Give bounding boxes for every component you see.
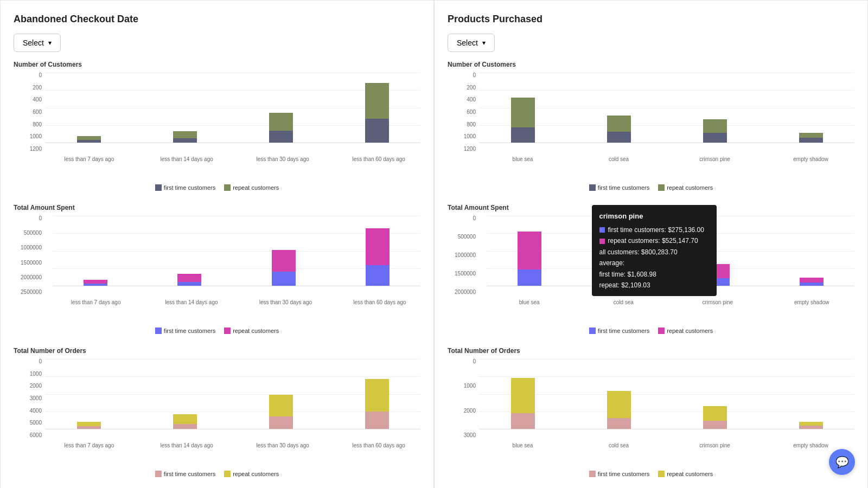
left-legend-orders: first time customers repeat customers <box>14 471 420 477</box>
left-bars-customers: less than 7 days ago less than 14 days a… <box>45 73 420 143</box>
right-y-axis-amount: 2000000150000010000005000000 <box>448 216 476 295</box>
left-chart-orders: Total Number of Orders 60005000400030002… <box>14 347 420 477</box>
left-chart-orders-label: Total Number of Orders <box>14 347 420 355</box>
right-chart-orders: Total Number of Orders 3000200010000 blu… <box>448 347 854 477</box>
left-chart-customers: Number of Customers 12001000800600400200… <box>14 61 420 191</box>
left-legend-customers: first time customers repeat customers <box>14 184 420 191</box>
right-panel-title: Products Purchased <box>448 14 854 25</box>
bar-60days: less than 60 days ago <box>333 73 420 143</box>
right-chart-customers: Number of Customers 12001000800600400200… <box>448 61 854 191</box>
right-select-button[interactable]: Select <box>448 34 495 52</box>
left-select-button[interactable]: Select <box>14 34 61 52</box>
left-chart-amount: Total Amount Spent 250000020000001500000… <box>14 204 420 334</box>
left-y-axis-orders: 6000500040003000200010000 <box>14 359 42 438</box>
right-bars-customers: blue sea cold sea cr <box>479 73 854 143</box>
right-y-axis-orders: 3000200010000 <box>448 359 476 438</box>
left-legend-amount: first time customers repeat customers <box>14 328 420 334</box>
bar-14days: less than 14 days ago <box>141 73 228 143</box>
left-bars-amount: less than 7 days ago less than 14 days a… <box>53 216 420 286</box>
left-chart-amount-label: Total Amount Spent <box>14 204 420 211</box>
right-legend-customers: first time customers repeat customers <box>448 184 854 191</box>
left-panel: Abandoned Checkout Date Select Number of… <box>0 0 434 488</box>
right-chart-orders-label: Total Number of Orders <box>448 347 854 355</box>
chat-button[interactable]: 💬 <box>829 449 855 475</box>
right-y-axis-customers: 120010008006004002000 <box>448 73 476 152</box>
left-bars-orders: less than 7 days ago less than 14 days a… <box>45 359 420 429</box>
right-bars-orders: blue sea cold sea cr <box>479 359 854 429</box>
right-legend-amount: first time customers repeat customers <box>448 328 854 334</box>
left-y-axis-customers: 120010008006004002000 <box>14 73 42 152</box>
left-chart-customers-label: Number of Customers <box>14 61 420 68</box>
bar-30days: less than 30 days ago <box>237 73 324 143</box>
right-legend-orders: first time customers repeat customers <box>448 471 854 477</box>
left-y-axis-amount: 25000002000000150000010000005000000 <box>14 216 42 295</box>
bar-7days: less than 7 days ago <box>45 73 132 143</box>
right-panel: Products Purchased Select Number of Cust… <box>434 0 868 488</box>
right-chart-amount: Total Amount Spent 200000015000001000000… <box>448 204 854 334</box>
left-panel-title: Abandoned Checkout Date <box>14 14 420 25</box>
right-chart-customers-label: Number of Customers <box>448 61 854 68</box>
right-chart-amount-label: Total Amount Spent <box>448 204 854 211</box>
right-bars-amount: blue sea crimson pine first time c <box>487 216 854 286</box>
